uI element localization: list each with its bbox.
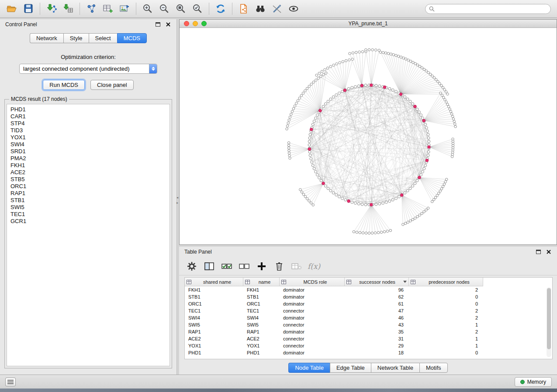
memory-button[interactable]: Memory [515, 377, 552, 387]
delete-table-button-disabled [290, 260, 303, 273]
result-node-item[interactable]: PHD1 [10, 106, 170, 113]
zoom-out-button[interactable] [156, 1, 173, 16]
tab-node-table[interactable]: Node Table [288, 363, 330, 373]
tab-network[interactable]: Network [30, 33, 63, 43]
tab-motifs[interactable]: Motifs [419, 363, 448, 373]
result-node-item[interactable]: STP4 [10, 120, 170, 127]
table-cell: connector [280, 336, 345, 341]
result-node-item[interactable]: ACE2 [10, 169, 170, 176]
result-node-item[interactable]: STB1 [10, 197, 170, 204]
tab-style[interactable]: Style [63, 33, 89, 43]
tab-network-table[interactable]: Network Table [371, 363, 419, 373]
global-search[interactable] [425, 4, 551, 14]
import-table-button[interactable] [60, 1, 76, 16]
close-panel-button[interactable] [165, 22, 171, 27]
table-row[interactable]: RAP1RAP1dominator352 [185, 328, 552, 335]
table-cell: PHD1 [185, 350, 243, 355]
export-image-button[interactable] [116, 1, 133, 16]
search-input[interactable] [437, 6, 547, 12]
zoom-fit-button[interactable] [173, 1, 189, 16]
add-column-button[interactable] [255, 260, 268, 273]
tab-select[interactable]: Select [89, 33, 117, 43]
table-scrollbar[interactable] [547, 287, 551, 357]
table-cell: connector [280, 322, 345, 327]
task-history-button[interactable] [5, 378, 16, 386]
criterion-dropdown[interactable]: largest connected component (undirected) [19, 64, 157, 74]
result-node-item[interactable]: TID3 [10, 127, 170, 134]
table-cell: 61 [345, 301, 409, 306]
folder-open-icon [6, 3, 17, 14]
table-row[interactable]: TEC1TEC1connector472 [185, 307, 552, 314]
result-node-item[interactable]: ORC1 [10, 183, 170, 190]
new-table-button[interactable] [100, 1, 116, 16]
new-network-button[interactable] [83, 1, 100, 16]
open-session-button[interactable] [3, 1, 20, 16]
column-header-mcds-role[interactable]: MCDS role [280, 278, 345, 286]
share-document-button[interactable] [235, 1, 252, 16]
show-columns-button[interactable] [203, 260, 216, 273]
result-node-item[interactable]: RAP1 [10, 190, 170, 197]
float-table-panel-button[interactable] [535, 249, 541, 254]
result-node-item[interactable]: YOX1 [10, 134, 170, 141]
table-row[interactable]: PHD1PHD1dominator180 [185, 349, 552, 356]
table-cell: 1 [409, 343, 483, 348]
table-cell: YOX1 [185, 343, 243, 348]
graphics-details-button[interactable] [269, 1, 285, 16]
delete-column-button[interactable] [273, 260, 286, 273]
float-panel-button[interactable] [155, 22, 161, 27]
close-panel-button-mcds[interactable]: Close panel [90, 80, 134, 90]
table-row[interactable]: FKH1FKH1dominator962 [185, 286, 552, 293]
tab-mcds[interactable]: MCDS [117, 33, 147, 43]
table-row[interactable]: SWI5SWI5connector431 [185, 321, 552, 328]
result-node-item[interactable]: STB5 [10, 176, 170, 183]
node-table-header: shared name name MCD [185, 278, 552, 286]
result-node-item[interactable]: SWI5 [10, 204, 170, 211]
result-node-item[interactable]: GCR1 [10, 218, 170, 225]
vertical-splitter[interactable]: ◂ ▸ [177, 19, 179, 375]
splitter-collapse-right-icon[interactable]: ▸ [176, 201, 178, 205]
show-hide-button[interactable] [285, 1, 302, 16]
zoom-selected-icon [192, 3, 203, 14]
result-node-item[interactable]: TEC1 [10, 211, 170, 218]
select-all-columns-button[interactable] [220, 260, 233, 273]
dropdown-stepper-icon [149, 64, 157, 73]
toolbar-separator [209, 3, 209, 15]
table-row[interactable]: STB1STB1dominator620 [185, 293, 552, 300]
result-node-item[interactable]: CAR1 [10, 113, 170, 120]
scrollbar-thumb[interactable] [547, 288, 551, 349]
search-network-button[interactable] [252, 1, 269, 16]
mcds-result-list[interactable]: PHD1CAR1STP4TID3YOX1SWI4SRD1PMA2FKH1ACE2… [7, 104, 170, 366]
result-node-item[interactable]: SWI4 [10, 141, 170, 148]
table-cell: STB1 [185, 294, 243, 299]
delete-table-icon [291, 261, 302, 271]
zoom-in-button[interactable] [139, 1, 156, 16]
close-table-panel-button[interactable] [546, 249, 552, 254]
run-mcds-button[interactable]: Run MCDS [43, 80, 85, 90]
result-node-item[interactable]: FKH1 [10, 162, 170, 169]
table-cell: ACE2 [185, 336, 243, 341]
table-row[interactable]: YOX1YOX1connector291 [185, 342, 552, 349]
status-bar: Memory [0, 375, 557, 389]
function-builder-button[interactable]: f(x) [308, 262, 320, 271]
tab-edge-table[interactable]: Edge Table [330, 363, 371, 373]
table-row[interactable]: ORC1ORC1dominator610 [185, 300, 552, 307]
unselect-all-columns-button[interactable] [238, 260, 251, 273]
table-cell: TEC1 [185, 308, 243, 313]
splitter-collapse-left-icon[interactable]: ◂ [176, 196, 178, 199]
refresh-button[interactable] [212, 1, 229, 16]
column-header-predecessor-nodes[interactable]: predecessor nodes [409, 278, 483, 286]
column-header-name[interactable]: name [243, 278, 280, 286]
result-node-item[interactable]: SRD1 [10, 148, 170, 155]
export-image-icon [119, 3, 130, 14]
table-row[interactable]: SWI4SWI4dominator462 [185, 314, 552, 321]
table-row[interactable]: ACE2ACE2connector311 [185, 335, 552, 342]
table-settings-button[interactable] [185, 260, 198, 273]
result-node-item[interactable]: PMA2 [10, 155, 170, 162]
column-header-successor-nodes[interactable]: successor nodes [345, 278, 409, 286]
column-header-shared-name[interactable]: shared name [185, 278, 243, 286]
network-window-titlebar[interactable]: YPA_prune.txt_1 [180, 20, 557, 28]
import-network-button[interactable] [43, 1, 60, 16]
zoom-selected-button[interactable] [189, 1, 206, 16]
save-session-button[interactable] [20, 1, 37, 16]
network-canvas[interactable] [180, 28, 557, 244]
